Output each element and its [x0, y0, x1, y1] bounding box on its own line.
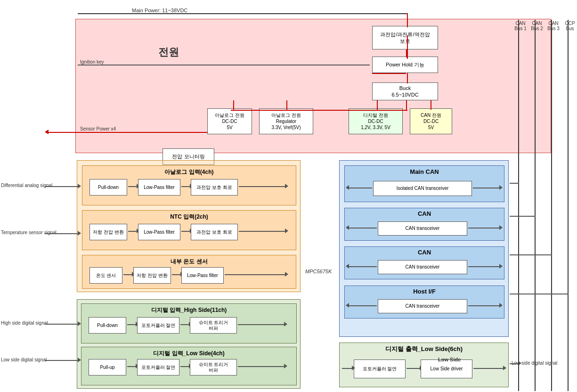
can1-transceiver-box: CAN transceiver — [378, 221, 467, 236]
can2-left-line — [347, 266, 377, 267]
host-if-transceiver-box: CAN transceiver — [378, 299, 467, 313]
mpc-label: MPC5675K — [305, 269, 332, 274]
pullup-label: Pull-up — [100, 365, 114, 370]
can2-right-line — [468, 266, 500, 267]
digital-dcdc-label: 디지털 전원DC-DC1,2V, 3.3V, 5V — [361, 112, 390, 131]
arrow3b — [172, 274, 181, 275]
lowside-driver-label: Low Side driver — [431, 366, 463, 372]
ovp-protect-label2: 과전압 보호 회로 — [196, 229, 232, 235]
resist-convert-box2: 저항 전압 변환 — [133, 267, 171, 284]
arrow1c — [239, 186, 286, 187]
do-input-arrow — [352, 366, 355, 370]
can1-right-line — [468, 228, 500, 229]
ls-arrow3 — [238, 366, 285, 367]
arrow2c — [239, 231, 286, 232]
do-arrow1 — [406, 368, 421, 369]
buck-box: Buck6.5~10VDC — [372, 82, 438, 100]
can1-transceiver-label: CAN transceiver — [406, 226, 440, 231]
analog-reg-label: 아날로그 전원Regulator3.3V, Vref(5V) — [271, 112, 301, 131]
lowside-bottom-label: Low Side — [438, 357, 461, 362]
digital-dcdc-box: 디지털 전원DC-DC1,2V, 3.3V, 5V — [349, 108, 403, 134]
hs-arrow3-head — [284, 322, 287, 327]
temp-sensor-signal-label: Temperature sensor signal — [1, 230, 57, 235]
diff-signal-arrow — [78, 184, 81, 188]
can1-to-bus2 — [510, 216, 536, 217]
photocoupler-output-label: 포토커플러 절연 — [363, 366, 397, 372]
analog-section: 아날로그 입력(4ch) Pull-down Low-Pass filter 과… — [77, 160, 301, 292]
ls-arrow1 — [127, 366, 137, 367]
ignition-label: Ignition key — [80, 59, 104, 65]
red-ph-to-buck — [372, 73, 406, 74]
digital-output-section: 디지털 출력_Low Side(6ch) 포토커플러 절연 Low Side d… — [339, 343, 509, 387]
schmitt-high-label: 슈미트 트리거버퍼 — [199, 320, 228, 331]
digital-output-title: 디지털 출력_Low Side(6ch) — [340, 343, 508, 355]
photocoupler-high-label: 포토커플러 절연 — [141, 323, 176, 328]
schmitt-low-label: 슈미트 트리거버퍼 — [199, 362, 228, 373]
ntc-title: NTC 입력(2ch) — [82, 213, 296, 221]
ntc-subsection: NTC 입력(2ch) 저항 전압 변환 Low-Pass filter 과전압… — [82, 210, 296, 250]
can-main-left-arrow — [346, 185, 349, 190]
main-can-title: Main CAN — [345, 166, 504, 178]
analog-dcdc-label: 아날로그 전원DC-DC5V — [215, 112, 244, 131]
red-vline1 — [407, 13, 408, 27]
arrow3a — [123, 274, 133, 275]
isolated-can-box: Isolated CAN transceiver — [373, 181, 472, 196]
can-main-right-line — [473, 188, 500, 188]
ls-signal-arrow — [78, 358, 81, 362]
ovp-label: 과전압/과전류/역전압보호 — [380, 31, 430, 45]
schmitt-high-box: 슈미트 트리거버퍼 — [190, 317, 237, 334]
hs-signal-arrow — [78, 321, 81, 326]
buck-label: Buck6.5~10VDC — [391, 85, 418, 98]
can1-right-arrow — [499, 225, 503, 230]
arrow1b — [181, 186, 191, 187]
can-bus2-line — [535, 20, 536, 391]
power-dist-vline3 — [377, 100, 378, 110]
lowpass-label-temp: Low-Pass filter — [187, 273, 218, 278]
temp-sensor-label: 온도 센서 — [96, 273, 116, 278]
internal-temp-subsection: 내부 온도 센서 온도 센서 저항 전압 변환 Low-Pass filter — [82, 255, 296, 289]
diff-signal-line — [45, 186, 79, 187]
host-if-title: Host I/F — [345, 286, 504, 297]
power-section: 전원 — [75, 19, 551, 153]
pulldown-label-analog: Pull-down — [98, 185, 119, 190]
ovp-protect-box: 과전압 보호 회로 — [191, 179, 238, 196]
ovp-box: 과전압/과전류/역전압보호 — [372, 26, 438, 49]
can2-to-bus3 — [510, 254, 552, 255]
red-ovp-to-ph — [406, 49, 407, 57]
low-side-subsection: 디지털 입력_Low Side(4ch) Pull-up 포토커플러 절연 슈미… — [81, 347, 297, 385]
can-bus1-line — [518, 20, 519, 391]
host-to-ccp — [510, 294, 569, 294]
power-section-title: 전원 — [158, 45, 179, 59]
main-can-to-bus1 — [510, 183, 519, 184]
photocoupler-output-box: 포토커플러 절연 — [354, 359, 406, 378]
can-bus1-label: CANBus 1 — [513, 21, 528, 31]
power-dist-vline — [233, 100, 234, 110]
can1-left-arrow — [346, 225, 349, 230]
arrow3c — [225, 274, 286, 275]
resist-convert-label2: 저항 전압 변환 — [137, 273, 168, 278]
sensor-power-arrow — [45, 130, 49, 134]
power-dist-vline4 — [431, 100, 431, 110]
arrow3c-head — [285, 272, 288, 277]
digital-input-section: 디지털 입력_High Side(11ch) Pull-down 포토커플러 절… — [77, 299, 301, 389]
can-main-left-line — [347, 188, 372, 188]
can2-sub: CAN CAN transceiver — [344, 246, 504, 279]
lowside-driver-box: Low Side driver — [421, 359, 472, 378]
can1-sub: CAN CAN transceiver — [344, 208, 504, 241]
internal-temp-title: 내부 온도 센서 — [82, 258, 296, 266]
ls-signal-line — [45, 360, 79, 361]
analog-dcdc-box: 아날로그 전원DC-DC5V — [207, 108, 252, 134]
resistance-box: 저항 전압 변환 — [89, 224, 127, 240]
can-dcdc-box: CAN 전원DC-DC5V — [410, 108, 452, 134]
high-side-signal-label: High side digital signal — [1, 320, 48, 326]
main-power-line — [78, 13, 407, 14]
can2-transceiver-label: CAN transceiver — [406, 264, 440, 270]
can2-left-arrow — [346, 264, 349, 269]
ovp-protect-label: 과전압 보호 회로 — [196, 185, 232, 190]
low-side-title: 디지털 입력_Low Side(4ch) — [81, 350, 296, 358]
powerhold-label: Power Hold 기능 — [386, 61, 424, 68]
arrow2c-head — [285, 229, 288, 233]
can-bus3-line — [551, 20, 552, 391]
lowpass-box-ntc: Low-Pass filter — [138, 224, 180, 240]
can1-title: CAN — [345, 208, 504, 219]
